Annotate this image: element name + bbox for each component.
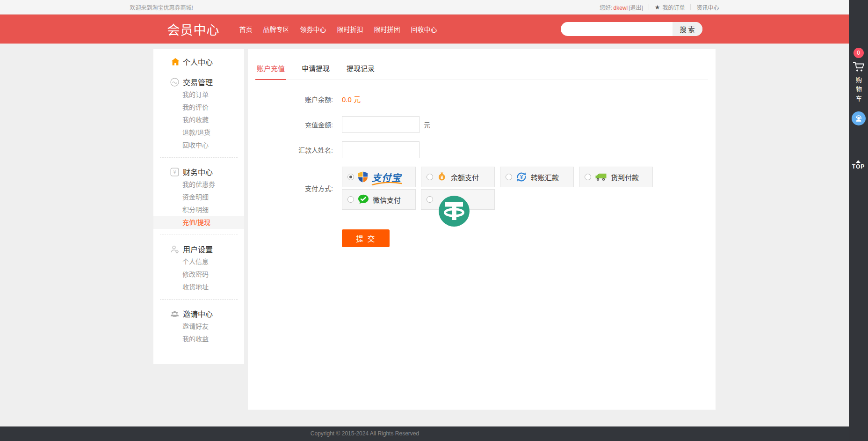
alipay-swoosh (371, 182, 403, 186)
sidebar-item-my-orders[interactable]: 我的订单 (153, 88, 244, 101)
divider (160, 299, 238, 300)
submit-button[interactable]: 提 交 (342, 229, 390, 247)
site-logo[interactable]: 会员中心 (167, 20, 220, 38)
nav-flash-discount[interactable]: 限时折扣 (337, 24, 363, 34)
sidebar-item-personal-center[interactable]: 个人中心 (153, 56, 244, 68)
cart-label[interactable]: 购物车 (854, 77, 863, 105)
sidebar-item-invite-friends[interactable]: 邀请好友 (153, 320, 244, 333)
sidebar-item-change-password[interactable]: 修改密码 (153, 268, 244, 281)
section-title: 财务中心 (183, 166, 213, 177)
sidebar-item-my-coupons[interactable]: 我的优惠券 (153, 178, 244, 191)
sidebar-item-my-reviews[interactable]: 我的评价 (153, 101, 244, 114)
footer: Copyright © 2015-2024 All Rights Reserve… (0, 426, 849, 441)
amount-input[interactable] (342, 116, 420, 133)
sidebar-item-fund-details[interactable]: 资金明细 (153, 191, 244, 204)
home-icon (171, 58, 180, 66)
sidebar-section-finance[interactable]: ¥ 财务中心 (153, 165, 244, 178)
user-settings-icon (170, 245, 179, 254)
page: 欢迎来到淘宝优惠券商城! 您好:dkewl[退出] ★ 我的订单 资讯中心 会员… (0, 0, 849, 441)
sidebar-item-personal-info[interactable]: 个人信息 (153, 256, 244, 268)
nav-brand-zone[interactable]: 品牌专区 (263, 24, 289, 34)
nav-flash-group[interactable]: 限时拼团 (374, 24, 400, 34)
news-center-link[interactable]: 资讯中心 (696, 3, 719, 11)
username-link[interactable]: dkewl (613, 5, 628, 11)
sidebar-item-refunds[interactable]: 退款/退货 (153, 126, 244, 139)
welcome-text: 欢迎来到淘宝优惠券商城! (130, 3, 193, 11)
radio-balance[interactable] (427, 174, 433, 180)
topbar: 欢迎来到淘宝优惠券商城! 您好:dkewl[退出] ★ 我的订单 资讯中心 (0, 0, 849, 15)
payment-option-wechat[interactable]: 微信支付 (342, 189, 416, 210)
greeting: 您好:dkewl[退出] (600, 3, 643, 11)
nav-recycle-center[interactable]: 回收中心 (411, 24, 437, 34)
copyright-text: Copyright © 2015-2024 All Rights Reserve… (0, 426, 730, 441)
payment-label: 微信支付 (373, 195, 401, 205)
payment-label: 货到付款 (611, 172, 639, 182)
transfer-icon: ¥ (516, 171, 527, 183)
logout-link[interactable]: [退出] (629, 5, 643, 11)
payment-option-alipay[interactable]: 支付宝 (342, 167, 416, 187)
payee-label: 汇款人姓名: (255, 145, 333, 154)
my-orders-label: 我的订单 (662, 3, 685, 11)
my-orders-link[interactable]: ★ 我的订单 (655, 3, 685, 11)
back-to-top-button[interactable]: TOP (852, 160, 865, 170)
payment-option-usdt[interactable] (421, 189, 495, 210)
amount-unit: 元 (424, 120, 430, 129)
sidebar-item-shipping-address[interactable]: 收货地址 (153, 281, 244, 294)
wechat-pay-icon (358, 194, 369, 205)
tabs: 账户充值 申请提现 提现记录 (255, 57, 708, 80)
sidebar-item-recharge-withdraw[interactable]: 充值/提现 (153, 216, 244, 229)
content: 个人中心 交易管理 我的订单 我的评价 我的收藏 退款/退货 回收中心 ¥ 财务… (153, 44, 849, 426)
top-label: TOP (852, 163, 865, 170)
greeting-prefix: 您好: (600, 5, 612, 11)
radio-alipay[interactable] (347, 174, 354, 180)
tab-account-recharge[interactable]: 账户充值 (255, 59, 286, 80)
finance-icon: ¥ (170, 168, 179, 176)
sidebar-section-trade[interactable]: 交易管理 (153, 75, 244, 88)
payment-options: 支付宝 ¥ 余额支付 (342, 167, 660, 210)
star-icon: ★ (655, 4, 660, 11)
sidebar: 个人中心 交易管理 我的订单 我的评价 我的收藏 退款/退货 回收中心 ¥ 财务… (153, 49, 244, 364)
divider (160, 157, 238, 158)
payment-option-bank-transfer[interactable]: ¥ 转账汇款 (500, 167, 574, 187)
divider (690, 4, 691, 10)
customer-service-icon[interactable] (852, 111, 866, 125)
nav-home[interactable]: 首页 (239, 24, 253, 34)
up-arrow-icon (856, 160, 861, 163)
tether-usdt-icon (438, 195, 470, 227)
trade-icon (170, 78, 179, 87)
sidebar-item-recycle[interactable]: 回收中心 (153, 139, 244, 152)
sidebar-item-my-earnings[interactable]: 我的收益 (153, 333, 244, 345)
header: 会员中心 首页 品牌专区 领券中心 限时折扣 限时拼团 回收中心 搜 索 (0, 15, 849, 44)
main-nav: 首页 品牌专区 领券中心 限时折扣 限时拼团 回收中心 (239, 24, 437, 34)
sidebar-item-points-details[interactable]: 积分明细 (153, 204, 244, 216)
invite-icon (170, 310, 179, 317)
search-button[interactable]: 搜 索 (673, 22, 702, 36)
tab-apply-withdraw[interactable]: 申请提现 (300, 59, 331, 80)
alipay-shield-icon (358, 171, 368, 183)
sidebar-item-my-favorites[interactable]: 我的收藏 (153, 114, 244, 126)
cart-icon[interactable] (852, 60, 865, 73)
radio-cod[interactable] (585, 174, 591, 180)
radio-usdt[interactable] (427, 196, 433, 203)
radio-wechat[interactable] (347, 196, 354, 203)
payment-option-balance[interactable]: ¥ 余额支付 (421, 167, 495, 187)
payment-method-label: 支付方式: (255, 184, 333, 193)
sidebar-section-invite[interactable]: 邀请中心 (153, 307, 244, 320)
main-panel: 账户充值 申请提现 提现记录 账户余额: 0.0 元 充值金额: 元 汇款人姓名… (248, 49, 716, 410)
recharge-form: 账户余额: 0.0 元 充值金额: 元 汇款人姓名: 支付方式: (255, 94, 708, 247)
nav-coupon-center[interactable]: 领券中心 (300, 24, 326, 34)
radio-bank-transfer[interactable] (506, 174, 512, 180)
section-title: 交易管理 (183, 76, 213, 88)
balance-value: 0.0 元 (342, 94, 361, 104)
cart-count-badge: 0 (854, 48, 864, 58)
search-input[interactable] (561, 22, 673, 36)
tab-withdraw-records[interactable]: 提现记录 (345, 59, 376, 80)
amount-label: 充值金额: (255, 120, 333, 129)
svg-text:¥: ¥ (441, 175, 443, 180)
sidebar-home-label: 个人中心 (183, 56, 213, 67)
money-bag-icon: ¥ (437, 172, 447, 182)
sidebar-section-user-settings[interactable]: 用户设置 (153, 243, 244, 256)
payee-input[interactable] (342, 141, 420, 158)
payment-option-cod[interactable]: 货到付款 (579, 167, 653, 187)
divider (649, 4, 649, 10)
